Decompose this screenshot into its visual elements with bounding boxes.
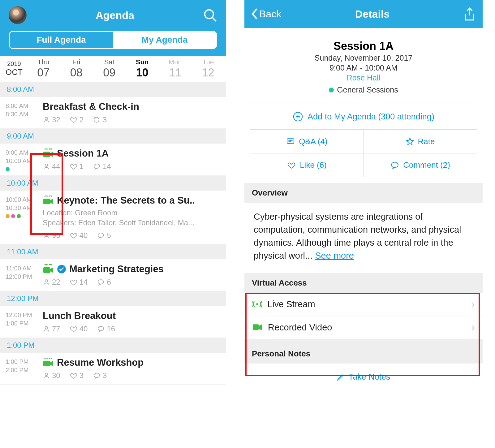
date-strip: 2019 OCT Thu07 Fri08 Sat09 Sun10 Mon11 T… [0, 56, 226, 82]
event-breakfast[interactable]: 8:00 AM8:30 AM Breakfast & Check-in 32 2… [0, 97, 226, 129]
page-title: Details [355, 8, 390, 20]
broadcast-icon [252, 300, 262, 308]
event-keynote[interactable]: 10:00 AM10:30 AM Keynote: The Secrets to… [0, 191, 226, 244]
back-button[interactable]: Back [251, 8, 281, 20]
tab-my-agenda[interactable]: My Agenda [113, 32, 216, 48]
session-name: Session 1A [251, 40, 476, 53]
agenda-header: Agenda Full Agenda My Agenda [0, 0, 226, 56]
svg-point-17 [94, 373, 100, 377]
event-lunch[interactable]: 12:00 PM1:00 PM Lunch Breakout 77 40 16 [0, 306, 226, 338]
avatar[interactable] [9, 6, 27, 24]
session-date: Sunday, November 10, 2017 [251, 54, 476, 62]
qa-button[interactable]: Q&A (4) [250, 130, 364, 153]
video-camera-icon [43, 264, 54, 274]
time-header-8am: 8:00 AM [0, 82, 226, 97]
like-count: 1 [70, 162, 84, 171]
attendee-count: 77 [43, 325, 60, 333]
details-header: Back Details [244, 0, 483, 28]
agenda-screen: Agenda Full Agenda My Agenda 2019 OCT Th… [0, 0, 226, 448]
comment-count: 3 [93, 371, 107, 380]
attendee-count: 95 [43, 231, 60, 240]
chevron-right-icon: › [471, 299, 475, 309]
share-icon[interactable] [463, 7, 476, 21]
video-camera-icon [43, 149, 54, 158]
day-mon[interactable]: Mon11 [159, 58, 192, 79]
event-resume[interactable]: 1:00 PM2:00 PM Resume Workshop 30 3 3 [0, 353, 226, 385]
attendee-count: 32 [43, 115, 60, 124]
agenda-tabs: Full Agenda My Agenda [9, 31, 217, 49]
attendee-count: 30 [43, 371, 60, 380]
svg-point-4 [45, 164, 48, 166]
virtual-access-heading: Virtual Access [244, 273, 483, 293]
time-header-9am: 9:00 AM [0, 129, 226, 144]
chevron-right-icon: › [471, 322, 475, 333]
event-title: Marketing Strategies [69, 264, 164, 275]
action-card: Add to My Agenda (300 attending) Q&A (4)… [250, 104, 477, 177]
track-dot-icon [329, 88, 334, 93]
like-button[interactable]: Like (6) [250, 153, 364, 177]
svg-point-20 [391, 162, 398, 167]
see-more-link[interactable]: See more [315, 251, 354, 261]
like-count: 14 [70, 278, 88, 286]
event-title: Session 1A [57, 148, 109, 159]
comment-button[interactable]: Comment (2) [364, 153, 477, 177]
details-screen: Back Details Session 1A Sunday, November… [244, 0, 483, 448]
comment-count: 6 [97, 278, 111, 286]
event-title: Resume Workshop [57, 357, 144, 368]
live-stream-row[interactable]: Live Stream › [244, 293, 483, 316]
svg-point-12 [98, 280, 104, 284]
add-to-agenda-button[interactable]: Add to My Agenda (300 attending) [250, 104, 477, 130]
recorded-video-row[interactable]: Recorded Video › [244, 316, 483, 339]
day-tue[interactable]: Tue12 [192, 58, 225, 79]
svg-point-0 [205, 10, 213, 18]
event-marketing[interactable]: 11:00 AM12:00 PM Marketing Strategies 22… [0, 259, 226, 291]
event-title: Breakfast & Check-in [43, 101, 139, 112]
take-notes-button[interactable]: Take Notes [244, 364, 483, 390]
personal-notes-heading: Personal Notes [244, 344, 483, 364]
time-header-12pm: 12:00 PM [0, 291, 226, 306]
svg-point-11 [45, 280, 48, 282]
day-fri[interactable]: Fri08 [60, 58, 93, 79]
svg-rect-6 [43, 199, 50, 204]
svg-rect-22 [253, 324, 259, 330]
like-count: 3 [70, 371, 84, 380]
svg-point-5 [94, 164, 100, 168]
comment-count: 3 [93, 115, 107, 124]
svg-point-13 [45, 326, 48, 329]
svg-rect-9 [43, 267, 50, 273]
event-title: Lunch Breakout [43, 310, 116, 321]
day-sun-selected[interactable]: Sun10 [126, 58, 159, 79]
rate-button[interactable]: Rate [364, 130, 477, 153]
session-track: General Sessions [329, 85, 398, 94]
like-count: 2 [70, 115, 84, 124]
page-title: Agenda [96, 9, 134, 21]
event-location: Location: Green Room [43, 208, 220, 218]
comment-count: 14 [93, 162, 111, 171]
svg-point-16 [45, 373, 48, 376]
search-icon[interactable] [203, 8, 217, 22]
session-time: 9:00 AM - 10:00 AM [251, 63, 476, 72]
time-header-1pm: 1:00 PM [0, 338, 226, 353]
video-camera-icon [252, 324, 262, 331]
attendee-count: 22 [43, 278, 60, 286]
svg-point-14 [98, 326, 104, 331]
session-header: Session 1A Sunday, November 10, 2017 9:0… [244, 28, 483, 101]
overview-text: Cyber-physical systems are integrations … [244, 203, 483, 265]
attendee-count: 44 [43, 162, 60, 171]
session-location[interactable]: Rose Hall [251, 73, 476, 82]
svg-rect-19 [287, 139, 294, 143]
event-title: Keynote: The Secrets to a Su.. [57, 195, 195, 206]
day-thu[interactable]: Thu07 [27, 58, 60, 79]
event-session-1a[interactable]: 9:00 AM10:00 AM Session 1A 44 1 14 [0, 144, 226, 176]
event-speakers: Speakers: Eden Tailor, Scott Tonidandel,… [43, 218, 220, 228]
day-sat[interactable]: Sat09 [93, 58, 126, 79]
svg-line-1 [213, 18, 216, 21]
svg-point-21 [256, 303, 258, 305]
svg-point-8 [98, 233, 104, 237]
video-camera-icon [43, 196, 54, 205]
tab-full-agenda[interactable]: Full Agenda [10, 32, 113, 48]
svg-point-7 [45, 233, 48, 235]
video-camera-icon [43, 358, 54, 368]
comment-count: 5 [97, 231, 111, 240]
time-header-11am: 11:00 AM [0, 244, 226, 259]
